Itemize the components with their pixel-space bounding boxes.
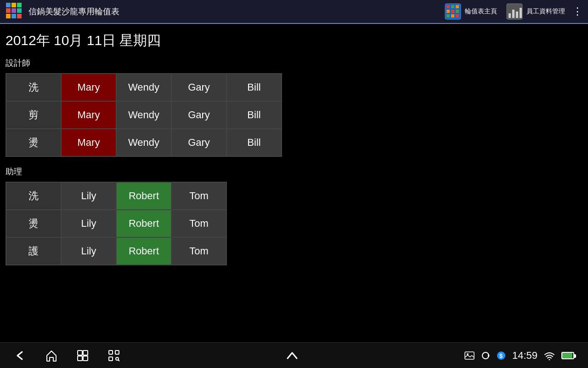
designer-cell[interactable]: Gary	[171, 129, 226, 156]
assistant-cell[interactable]: Robert	[116, 237, 171, 265]
back-button[interactable]	[14, 349, 27, 362]
svg-rect-2	[17, 3, 22, 7]
svg-rect-28	[109, 351, 113, 354]
row-label: 洗	[6, 74, 61, 101]
app-title: 信鍋美髮沙龍專用輪值表	[28, 6, 435, 17]
designer-cell[interactable]: Wendy	[116, 129, 171, 156]
nav1-label: 輪值表主頁	[465, 7, 497, 16]
assistant-cell[interactable]: Lily	[61, 182, 116, 210]
top-bar: 信鍋美髮沙龍專用輪值表 輪值表主頁 員工資料管理 ⋮	[0, 0, 588, 24]
svg-rect-23	[520, 8, 522, 18]
image-status-icon	[464, 351, 475, 360]
svg-rect-22	[516, 12, 518, 18]
svg-rect-26	[78, 356, 82, 361]
svg-rect-15	[456, 10, 459, 13]
assistant-cell[interactable]: Tom	[171, 237, 226, 265]
svg-rect-16	[447, 14, 450, 17]
status-time: 14:59	[512, 350, 537, 362]
app-logo-icon	[6, 2, 24, 21]
svg-rect-0	[6, 3, 11, 7]
svg-rect-29	[115, 351, 119, 354]
svg-rect-25	[83, 351, 88, 355]
svg-rect-30	[109, 357, 113, 361]
designer-row: 剪MaryWendyGaryBill	[6, 101, 282, 129]
svg-rect-8	[17, 14, 22, 18]
designer-cell[interactable]: Gary	[171, 74, 226, 101]
svg-rect-10	[447, 5, 450, 8]
svg-line-32	[118, 360, 119, 361]
svg-rect-13	[447, 10, 450, 13]
assistant-cell[interactable]: Robert	[116, 182, 171, 210]
nav-schedule-button[interactable]: 輪值表主頁	[445, 3, 497, 20]
nav-employees-button[interactable]: 員工資料管理	[506, 3, 565, 20]
svg-rect-12	[456, 5, 459, 8]
date-title: 2012年 10月 11日 星期四	[6, 31, 582, 50]
recent-apps-button[interactable]	[76, 349, 89, 362]
svg-rect-11	[451, 5, 454, 8]
svg-rect-6	[6, 14, 11, 18]
svg-rect-5	[17, 8, 22, 13]
assistant-cell[interactable]: Tom	[171, 182, 226, 210]
menu-dots-icon[interactable]: ⋮	[572, 6, 582, 17]
chevron-up-button[interactable]	[286, 351, 299, 360]
svg-rect-20	[509, 13, 511, 18]
assistant-cell[interactable]: Robert	[116, 210, 171, 237]
svg-rect-17	[451, 14, 454, 17]
designer-row: 洗MaryWendyGaryBill	[6, 74, 282, 101]
designer-cell[interactable]: Bill	[226, 101, 282, 129]
recent-apps-icon	[76, 349, 89, 362]
designer-table: 洗MaryWendyGaryBill剪MaryWendyGaryBill燙Mar…	[6, 73, 282, 157]
nav2-label: 員工資料管理	[526, 7, 565, 16]
sync-icon	[481, 351, 490, 360]
designer-cell[interactable]: Gary	[171, 101, 226, 129]
svg-rect-4	[11, 8, 16, 13]
section-designer-label: 設計師	[6, 58, 582, 69]
svg-rect-1	[11, 3, 16, 7]
svg-rect-7	[11, 14, 16, 18]
status-bar: $ 14:59	[464, 350, 574, 362]
svg-rect-18	[456, 14, 459, 17]
assistant-cell[interactable]: Lily	[61, 237, 116, 265]
designer-cell[interactable]: Mary	[61, 101, 116, 129]
designer-row: 燙MaryWendyGaryBill	[6, 129, 282, 156]
designer-cell[interactable]: Wendy	[116, 101, 171, 129]
row-label: 燙	[6, 129, 61, 156]
assistant-row: 護LilyRobertTom	[6, 237, 226, 265]
svg-text:$: $	[499, 352, 503, 359]
svg-rect-24	[78, 351, 82, 355]
svg-rect-3	[6, 8, 11, 13]
scan-icon	[107, 349, 120, 362]
employees-icon	[506, 3, 523, 20]
row-label: 剪	[6, 101, 61, 129]
assistant-row: 洗LilyRobertTom	[6, 182, 226, 210]
wifi-icon	[544, 351, 555, 360]
designer-cell[interactable]: Mary	[61, 129, 116, 156]
assistant-table: 洗LilyRobertTom燙LilyRobertTom護LilyRobertT…	[6, 182, 227, 265]
assistant-cell[interactable]: Tom	[171, 210, 226, 237]
designer-cell[interactable]: Mary	[61, 74, 116, 101]
designer-cell[interactable]: Wendy	[116, 74, 171, 101]
svg-rect-21	[512, 10, 514, 18]
currency-icon: $	[497, 351, 506, 360]
chevron-up-icon	[286, 351, 299, 360]
designer-cell[interactable]: Bill	[226, 74, 282, 101]
designer-cell[interactable]: Bill	[226, 129, 282, 156]
home-icon	[45, 349, 58, 362]
row-label: 洗	[6, 182, 61, 210]
row-label: 燙	[6, 210, 61, 237]
svg-rect-14	[451, 10, 454, 13]
svg-rect-33	[465, 352, 474, 359]
nav-buttons-group	[14, 349, 120, 362]
svg-point-38	[549, 359, 550, 360]
assistant-row: 燙LilyRobertTom	[6, 210, 226, 237]
svg-rect-27	[83, 356, 88, 361]
main-content: 2012年 10月 11日 星期四 設計師 洗MaryWendyGaryBill…	[0, 24, 588, 282]
assistant-cell[interactable]: Lily	[61, 210, 116, 237]
home-button[interactable]	[45, 349, 58, 362]
scan-button[interactable]	[107, 349, 120, 362]
calendar-icon	[445, 3, 461, 20]
row-label: 護	[6, 237, 61, 265]
section-assistant-label: 助理	[6, 166, 582, 177]
battery-icon	[561, 352, 574, 359]
back-icon	[14, 349, 27, 362]
